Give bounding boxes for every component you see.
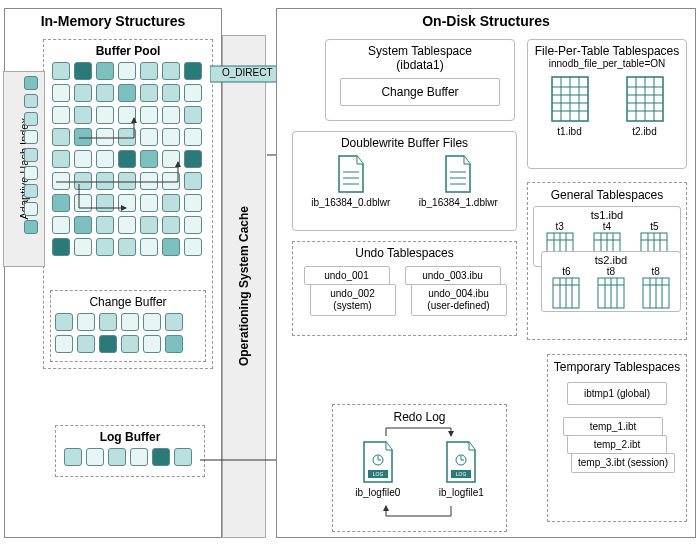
ts2-table: t8 [651,266,659,277]
log-buffer: Log Buffer [55,425,205,477]
undo-item: undo_001 [304,266,390,285]
file-label: ib_16384_1.dblwr [419,197,498,208]
file-label: t1.ibd [550,126,590,137]
doublewrite: Doublewrite Buffer Files ib_16384_0.dblw… [292,131,517,231]
temp-session-item: temp_3.ibt (session) [571,453,675,473]
temp-title: Temporary Tablespaces [551,358,683,376]
system-tablespace-title: System Tablespace [330,44,510,58]
os-cache-label: Operationing System Cache [237,206,251,366]
undo-item: undo_003.ibu [405,266,501,285]
file-per-table: File-Per-Table Tablespaces innodb_file_p… [527,39,687,169]
file-per-table-title: File-Per-Table Tablespaces [532,44,682,58]
ts2-table: t8 [607,266,615,277]
system-tablespace-subtitle: (ibdata1) [330,58,510,72]
o-direct-label: O_DIRECT [222,67,273,78]
temp-session-item: temp_1.ibt [563,417,663,436]
table-icon [550,75,590,123]
on-disk-title: On-Disk Structures [277,9,695,33]
ts1-table: t5 [650,221,658,232]
change-buffer-mem-title: Change Buffer [53,293,203,311]
ts1-table: t3 [555,221,563,232]
doublewrite-file: ib_16384_1.dblwr [419,154,498,208]
redo-title: Redo Log [336,408,503,426]
undo-title: Undo Tablespaces [297,246,512,260]
buffer-pool-title: Buffer Pool [46,42,210,60]
table-icon [552,277,580,309]
redo-log: Redo Log LOG ib_logfile0 LOG ib_logfile1 [332,404,507,532]
system-tablespace: System Tablespace (ibdata1) Change Buffe… [325,39,515,121]
in-memory-panel: In-Memory Structures Buffer Pool Change … [4,8,222,538]
buffer-pool-cells [50,60,210,258]
table-icon [597,277,625,309]
temp-session-group: temp_1.ibt temp_2.ibt temp_3.ibt (sessio… [551,415,683,485]
adaptive-hash-index: Adaptive Hash Index [3,71,45,267]
general-ts2: ts2.ibd t6 t8 t8 [541,251,681,312]
redo-file: LOG ib_logfile0 [355,440,400,498]
temp-global: ibtmp1 (global) [567,382,667,405]
doublewrite-file: ib_16384_0.dblwr [311,154,390,208]
system-change-buffer: Change Buffer [340,78,500,106]
svg-text:LOG: LOG [372,471,383,477]
file-label: ib_logfile1 [439,487,484,498]
undo-user-group: undo_003.ibu undo_004.ibu (user-defined) [403,264,508,320]
buffer-pool: Buffer Pool Change Buffer [43,39,213,369]
in-memory-title: In-Memory Structures [5,9,221,33]
table-file: t1.ibd [550,75,590,137]
svg-text:LOG: LOG [456,471,467,477]
on-disk-panel: On-Disk Structures System Tablespace (ib… [276,8,696,538]
file-label: ib_logfile0 [355,487,400,498]
file-label: ib_16384_0.dblwr [311,197,390,208]
undo-system-group: undo_001 undo_002 (system) [302,264,397,320]
file-icon [335,154,367,194]
undo-item: undo_002 (system) [310,284,396,316]
table-file: t2.ibd [625,75,665,137]
log-file-icon: LOG [360,440,396,484]
file-label: t2.ibd [625,126,665,137]
ts1-name: ts1.ibd [536,209,678,221]
file-per-table-config: innodb_file_per_table=ON [532,58,682,69]
general-tablespaces: General Tablespaces ts1.ibd t3 t4 t5 ts2… [527,182,687,340]
ts1-table: t4 [603,221,611,232]
doublewrite-title: Doublewrite Buffer Files [297,136,512,150]
undo-item: undo_004.ibu (user-defined) [411,284,507,316]
temp-session-item: temp_2.ibt [567,435,667,454]
temporary-tablespaces: Temporary Tablespaces ibtmp1 (global) te… [547,354,687,522]
ts2-name: ts2.ibd [544,254,678,266]
file-icon [442,154,474,194]
os-cache: Operationing System Cache [222,35,266,538]
undo-tablespaces: Undo Tablespaces undo_001 undo_002 (syst… [292,241,517,336]
general-title: General Tablespaces [531,186,683,204]
change-buffer-mem: Change Buffer [50,290,206,362]
log-buffer-title: Log Buffer [58,428,202,446]
table-icon [642,277,670,309]
redo-file: LOG ib_logfile1 [439,440,484,498]
ts2-table: t6 [562,266,570,277]
table-icon [625,75,665,123]
log-file-icon: LOG [443,440,479,484]
